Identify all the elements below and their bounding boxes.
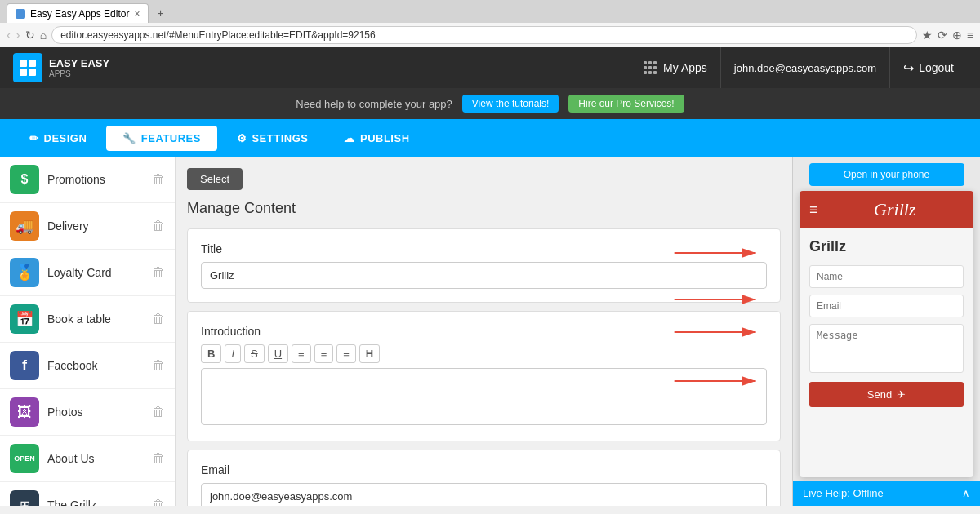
tab-close-btn[interactable]: ×: [134, 8, 140, 20]
phone-message-field[interactable]: [809, 324, 964, 373]
sidebar-item-facebook[interactable]: f Facebook 🗑: [0, 343, 175, 389]
strikethrough-btn[interactable]: S: [244, 344, 265, 363]
tab-design[interactable]: ✏ DESIGN: [13, 126, 103, 151]
browser-chrome: Easy Easy Apps Editor × + ‹ › ↻ ⌂ editor…: [0, 0, 980, 47]
italic-btn[interactable]: I: [225, 344, 241, 363]
underline-btn[interactable]: U: [268, 344, 288, 363]
delivery-label: Delivery: [47, 219, 152, 233]
help-text: Need help to complete your app?: [296, 98, 452, 110]
phone-email-field[interactable]: [809, 295, 964, 317]
url-bar[interactable]: editor.easyeasyapps.net/#MenuEntryPlace:…: [51, 26, 917, 44]
promotions-label: Promotions: [47, 173, 152, 186]
logo-name: EASY EASY: [49, 57, 109, 70]
my-apps-nav[interactable]: My Apps: [630, 47, 720, 88]
promotions-delete-icon[interactable]: 🗑: [152, 172, 165, 187]
header-nav: My Apps john.doe@easyeasyapps.com ↪ Logo…: [630, 47, 967, 88]
manage-content-title: Manage Content: [187, 200, 781, 217]
title-input[interactable]: [201, 262, 767, 289]
loyalty-icon: 🏅: [10, 258, 39, 287]
facebook-delete-icon[interactable]: 🗑: [152, 358, 165, 373]
extensions-icon[interactable]: ⊕: [952, 29, 962, 42]
live-help-text: Live Help: Offline: [803, 487, 884, 499]
grillz-icon: ⊞: [10, 490, 39, 506]
bold-btn[interactable]: B: [201, 344, 221, 363]
sidebar-item-loyalty[interactable]: 🏅 Loyalty Card 🗑: [0, 250, 175, 296]
settings-icon: ⚙: [237, 132, 247, 144]
logout-nav[interactable]: ↪ Logout: [889, 47, 967, 88]
tutorials-btn[interactable]: View the tutorials!: [462, 95, 559, 113]
tab-favicon: [16, 9, 25, 19]
back-btn[interactable]: ‹: [7, 28, 11, 42]
sidebar-item-photos[interactable]: 🖼 Photos 🗑: [0, 389, 175, 436]
logo-area: EASY EASY APPS: [13, 53, 109, 82]
sidebar-item-promotions[interactable]: $ Promotions 🗑: [0, 157, 175, 203]
book-table-label: Book a table: [47, 312, 152, 326]
about-delete-icon[interactable]: 🗑: [152, 451, 165, 466]
menu-icon[interactable]: ≡: [967, 29, 973, 42]
publish-icon: ☁: [344, 132, 355, 144]
sidebar: $ Promotions 🗑 🚚 Delivery 🗑 🏅 Loyalty Ca…: [0, 157, 176, 506]
phone-title: Grillz: [809, 238, 964, 255]
intro-card: Introduction B I S U ≡ ≡ ≡ H: [187, 311, 781, 441]
title-field-label: Title: [201, 242, 767, 255]
app-header: EASY EASY APPS My Apps john.doe@easyeasy…: [0, 47, 980, 88]
browser-tab-bar: Easy Easy Apps Editor × +: [0, 0, 980, 23]
tab-settings[interactable]: ⚙ SETTINGS: [220, 126, 325, 151]
new-tab-btn[interactable]: +: [150, 3, 170, 23]
tab-features[interactable]: 🔧 FEATURES: [106, 126, 217, 151]
svg-rect-0: [20, 60, 27, 67]
loyalty-delete-icon[interactable]: 🗑: [152, 265, 165, 280]
intro-textarea[interactable]: [201, 368, 767, 425]
user-email-nav[interactable]: john.doe@easyeasyapps.com: [720, 47, 889, 88]
design-icon: ✏: [29, 132, 39, 144]
about-label: About Us: [47, 452, 152, 465]
sidebar-item-delivery[interactable]: 🚚 Delivery 🗑: [0, 203, 175, 250]
photos-delete-icon[interactable]: 🗑: [152, 405, 165, 419]
hamburger-icon: ≡: [809, 202, 818, 219]
phone-name-field[interactable]: [809, 265, 964, 288]
grillz-label: The Grillz: [47, 498, 152, 506]
phone-header: ≡ Grillz: [800, 191, 973, 228]
phone-screen: ≡ Grillz Grillz Send ✈: [800, 191, 973, 477]
logo-text-area: EASY EASY APPS: [49, 57, 109, 79]
content-panel: Select Manage Content Title Introduction…: [176, 157, 792, 506]
live-help-bar[interactable]: Live Help: Offline ∧: [793, 481, 980, 506]
email-input[interactable]: [201, 483, 767, 506]
sidebar-item-about[interactable]: OPEN About Us 🗑: [0, 436, 175, 482]
loyalty-label: Loyalty Card: [47, 266, 152, 279]
refresh-icon[interactable]: ⟳: [938, 29, 947, 42]
align-left-btn[interactable]: ≡: [292, 344, 311, 363]
send-icon: ✈: [897, 388, 906, 401]
sidebar-item-book-table[interactable]: 📅 Book a table 🗑: [0, 296, 175, 343]
features-icon: 🔧: [122, 132, 136, 144]
book-table-delete-icon[interactable]: 🗑: [152, 312, 165, 326]
tab-publish[interactable]: ☁ PUBLISH: [327, 126, 425, 151]
email-card: Email: [187, 450, 781, 506]
phone-preview: Open in your phone ≡ Grillz Grillz Send …: [792, 157, 980, 506]
delivery-delete-icon[interactable]: 🗑: [152, 219, 165, 233]
forward-btn[interactable]: ›: [16, 28, 20, 42]
user-email-text: john.doe@easyeasyapps.com: [734, 62, 876, 74]
settings-label: SETTINGS: [252, 132, 308, 144]
help-banner: Need help to complete your app? View the…: [0, 88, 980, 119]
home-btn[interactable]: ⌂: [40, 29, 47, 42]
reload-btn[interactable]: ↻: [25, 29, 35, 42]
phone-send-btn[interactable]: Send ✈: [809, 382, 964, 407]
phone-body: Grillz Send ✈: [800, 228, 973, 417]
browser-tab[interactable]: Easy Easy Apps Editor ×: [7, 3, 149, 23]
send-label: Send: [867, 388, 892, 401]
intro-field-label: Introduction: [201, 325, 767, 338]
logo-icon: [13, 53, 42, 82]
pro-services-btn[interactable]: Hire our Pro Services!: [568, 95, 684, 113]
bookmark-icon[interactable]: ★: [922, 29, 933, 42]
grillz-delete-icon[interactable]: 🗑: [152, 498, 165, 506]
heading-btn[interactable]: H: [359, 344, 380, 363]
align-right-btn[interactable]: ≡: [336, 344, 356, 363]
sidebar-item-grillz[interactable]: ⊞ The Grillz 🗑: [0, 482, 175, 506]
select-btn[interactable]: Select: [187, 168, 243, 190]
title-card: Title: [187, 228, 781, 303]
open-in-phone-btn[interactable]: Open in your phone: [809, 163, 964, 186]
design-label: DESIGN: [44, 132, 87, 144]
align-center-btn[interactable]: ≡: [314, 344, 334, 363]
delivery-icon: 🚚: [10, 211, 39, 241]
